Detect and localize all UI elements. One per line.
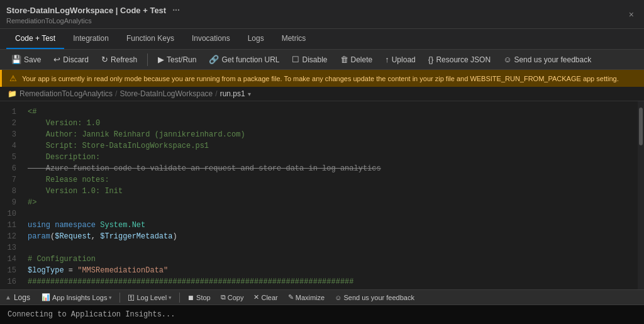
stop-button[interactable]: ⏹ Stop — [184, 293, 214, 303]
editor-area: 12345 678910 1112131415 1617 <# Version:… — [0, 101, 644, 289]
code-line-10 — [25, 208, 638, 220]
logs-sep-1 — [119, 293, 120, 303]
code-editor[interactable]: <# Version: 1.0 Author: Jannik Reinhard … — [23, 101, 638, 289]
copy-label: Copy — [228, 294, 244, 301]
discard-label: Discard — [63, 55, 89, 64]
app-insights-logs-label: App Insights Logs — [52, 294, 107, 301]
line-numbers: 12345 678910 1112131415 1617 — [0, 101, 23, 289]
clear-button[interactable]: ✕ Clear — [250, 292, 281, 303]
tabs-bar: Code + Test Integration Function Keys In… — [0, 29, 644, 50]
logs-title-text: Logs — [14, 293, 30, 302]
play-icon: ▶ — [158, 55, 164, 64]
discard-button[interactable]: ↩ Discard — [48, 52, 94, 67]
toolbar: 💾 Save ↩ Discard ↻ Refresh ▶ Test/Run 🔗 … — [0, 50, 644, 70]
disable-icon: ☐ — [292, 55, 299, 64]
ellipsis-menu-button[interactable]: ··· — [170, 4, 182, 16]
json-icon: {} — [428, 55, 434, 64]
breadcrumb: 📁 RemediationToLogAnalytics / Store-Data… — [0, 87, 644, 101]
breadcrumb-item-2[interactable]: Store-DataInLogWorkspace — [119, 89, 213, 98]
log-level-button[interactable]: ⚿ Log Level ▾ — [124, 293, 175, 303]
get-function-url-button[interactable]: 🔗 Get function URL — [204, 52, 284, 67]
log-level-dropdown-icon[interactable]: ▾ — [169, 294, 172, 301]
tab-metrics[interactable]: Metrics — [273, 29, 315, 49]
maximize-button[interactable]: ✎ Maximize — [284, 292, 328, 303]
code-line-1: <# — [25, 106, 638, 118]
breadcrumb-item-1[interactable]: RemediationToLogAnalytics — [19, 89, 113, 98]
save-icon: 💾 — [11, 55, 21, 64]
maximize-icon: ✎ — [288, 293, 294, 301]
tab-function-keys[interactable]: Function Keys — [118, 29, 183, 49]
resource-json-button[interactable]: {} Resource JSON — [423, 52, 496, 67]
test-run-button[interactable]: ▶ Test/Run — [153, 52, 201, 67]
breadcrumb-dropdown-icon[interactable]: ▾ — [248, 91, 251, 98]
copy-button[interactable]: ⧉ Copy — [217, 292, 248, 303]
resource-json-label: Resource JSON — [436, 55, 491, 64]
code-line-11: using namespace System.Net — [25, 220, 638, 231]
code-line-15: $logType = "MMSRemediationData" — [25, 265, 638, 276]
delete-button[interactable]: 🗑 Delete — [335, 52, 378, 67]
copy-icon: ⧉ — [221, 293, 226, 301]
upload-button[interactable]: ↑ Upload — [380, 52, 421, 67]
test-run-label: Test/Run — [167, 55, 196, 64]
code-line-2: Version: 1.0 — [25, 118, 638, 129]
breadcrumb-item-3[interactable]: run.ps1 — [220, 89, 245, 98]
feedback-icon: ☺ — [503, 55, 511, 64]
code-line-14: # Configuration — [25, 254, 638, 265]
scrollbar-track[interactable] — [638, 101, 644, 289]
warning-text: Your app is currently in read only mode … — [22, 75, 619, 82]
window-subtitle: RemediationToLogAnalytics — [6, 17, 182, 25]
logs-feedback-icon: ☺ — [335, 294, 341, 301]
refresh-label: Refresh — [111, 55, 137, 64]
maximize-label: Maximize — [296, 294, 325, 301]
app-insights-logs-button[interactable]: 📊 App Insights Logs ▾ — [38, 292, 116, 303]
disable-label: Disable — [302, 55, 327, 64]
window-title: Store-DataInLogWorkspace | Code + Test ·… — [6, 4, 182, 16]
clear-label: Clear — [261, 294, 277, 301]
logs-header: ▲ Logs 📊 App Insights Logs ▾ ⚿ Log Level… — [0, 290, 644, 305]
delete-icon: 🗑 — [340, 55, 348, 64]
scrollbar-thumb[interactable] — [639, 108, 643, 145]
log-level-label: Log Level — [136, 294, 167, 301]
refresh-icon: ↻ — [101, 55, 108, 64]
app-insights-dropdown-icon[interactable]: ▾ — [109, 294, 112, 301]
tab-integration[interactable]: Integration — [64, 29, 118, 49]
logs-toggle-icon[interactable]: ▲ — [5, 294, 11, 301]
code-line-5: Description: — [25, 152, 638, 163]
refresh-button[interactable]: ↻ Refresh — [96, 52, 142, 67]
folder-icon: 📁 — [8, 89, 17, 98]
code-line-12: param($Request, $TriggerMetadata) — [25, 231, 638, 242]
close-button[interactable]: × — [625, 8, 638, 21]
code-line-3: Author: Jannik Reinhard (jannikreinhard.… — [25, 129, 638, 140]
logs-content: Connecting to Application Insights... — [0, 305, 644, 324]
save-label: Save — [24, 55, 41, 64]
code-line-16: ########################################… — [25, 276, 638, 288]
code-line-7: Release notes: — [25, 174, 638, 186]
logs-feedback-button[interactable]: ☺ Send us your feedback — [331, 293, 418, 303]
warning-banner: ⚠ Your app is currently in read only mod… — [0, 70, 644, 87]
logs-sep-2 — [179, 293, 180, 303]
breadcrumb-sep-2: / — [215, 89, 217, 98]
discard-icon: ↩ — [53, 55, 60, 64]
title-bar: Store-DataInLogWorkspace | Code + Test ·… — [0, 0, 644, 29]
stop-icon: ⏹ — [187, 294, 194, 301]
connecting-text: Connecting to Application Insights... — [8, 310, 175, 319]
code-line-17: ################################# Functi… — [25, 288, 638, 289]
code-line-9: #> — [25, 197, 638, 208]
logs-title: ▲ Logs — [5, 293, 30, 302]
code-line-8: Version 1.0: Init — [25, 186, 638, 197]
tab-code-test[interactable]: Code + Test — [6, 29, 64, 49]
link-icon: 🔗 — [209, 55, 219, 64]
code-line-4: Script: Store-DataInLogWorkspace.ps1 — [25, 140, 638, 152]
feedback-button[interactable]: ☺ Send us your feedback — [498, 52, 596, 67]
tab-invocations[interactable]: Invocations — [183, 29, 239, 49]
app-insights-icon: 📊 — [42, 293, 50, 301]
code-line-13 — [25, 242, 638, 254]
tab-logs[interactable]: Logs — [239, 29, 273, 49]
delete-label: Delete — [351, 55, 373, 64]
save-button[interactable]: 💾 Save — [6, 52, 46, 67]
upload-icon: ↑ — [385, 55, 389, 64]
get-function-url-label: Get function URL — [221, 55, 279, 64]
disable-button[interactable]: ☐ Disable — [287, 52, 332, 67]
breadcrumb-sep-1: / — [115, 89, 117, 98]
upload-label: Upload — [392, 55, 416, 64]
